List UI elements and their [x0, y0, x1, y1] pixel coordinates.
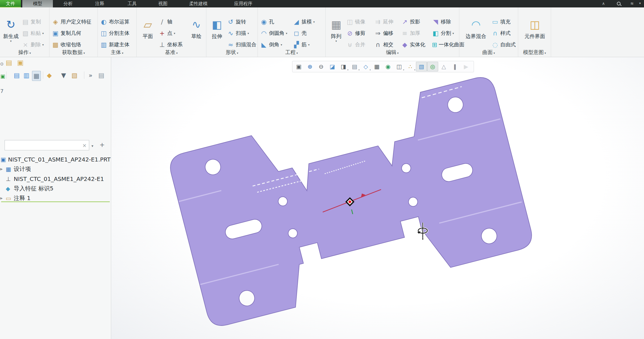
filter-icon[interactable]: ▼	[61, 71, 66, 80]
plane-icon: ▱	[143, 17, 152, 33]
draft-icon: ◢	[293, 18, 300, 25]
ribbon-button-solidify[interactable]: ◆实体化	[401, 39, 431, 50]
tree-item-0[interactable]: ▣NIST_CTC_01_ASME1_AP242-E1.PRT	[0, 155, 110, 164]
overflow-chevrons-icon: »	[89, 71, 92, 80]
ribbon-button-fill[interactable]: ▭填充	[491, 16, 517, 27]
caret-down-icon[interactable]: ▾	[637, 0, 643, 7]
menu-tab-1[interactable]: 分析	[59, 0, 77, 7]
ribbon-button-remove[interactable]: ◥移除	[432, 16, 458, 27]
ribbon-button-intersect[interactable]: ∩相交	[374, 39, 400, 50]
ribbon-button-offset[interactable]: ⇒偏移	[374, 27, 400, 39]
menu-tab-3[interactable]: 工具	[122, 0, 142, 7]
extrude-icon: ◧	[212, 17, 222, 33]
ribbon-button-split-body[interactable]: ◫分割主体	[100, 27, 135, 39]
ribbon-button-shell[interactable]: ◻壳	[293, 27, 324, 39]
ribbon-button-draft[interactable]: ◢拔模▾	[293, 16, 324, 27]
mirror-icon: ◫	[346, 18, 354, 25]
search-icon[interactable]	[617, 2, 621, 5]
import-feature-icon: ◆	[6, 186, 10, 192]
menu-tab-2[interactable]: 注释	[90, 0, 109, 7]
merge-icon: ⊎	[346, 41, 354, 48]
ribbon: 操作 ▾↻新生成▾▤复制▧粘贴▾×删除▾获取数据 ▾◈用户定义特征▣复制几何▩收…	[0, 7, 644, 57]
ribbon-button-swept-blend[interactable]: ≈扫描混合	[227, 39, 257, 50]
ribbon-button-chamfer[interactable]: ◣倒角▾	[260, 39, 292, 50]
ribbon-button-csys[interactable]: ⊥坐标系	[158, 39, 187, 50]
graphics-viewport[interactable]: ▣⊕⊖◪◨▾▤▾◇▾▦◉◫▾∴▾▧◎△‖▶	[111, 57, 644, 339]
ribbon-button-rib[interactable]: ▞筋▾	[293, 39, 324, 50]
add-filter-icon[interactable]: +	[99, 141, 105, 149]
clear-search-icon[interactable]: ×	[82, 141, 87, 150]
ribbon-button-merge[interactable]: ⊎合并	[346, 39, 373, 50]
rib-icon: ▞	[293, 41, 300, 48]
folder-stack-icon: ▤	[6, 58, 12, 67]
ribbon-button-paste[interactable]: ▧粘贴▾	[22, 27, 49, 39]
ribbon-button-copy[interactable]: ▤复制	[22, 16, 49, 27]
list-view-icon[interactable]: ▤	[14, 71, 20, 80]
ribbon-button-sketch[interactable]: ∿草绘	[188, 17, 205, 39]
expand-arrow-icon[interactable]: ▶	[0, 167, 3, 171]
ribbon-collapse-icon[interactable]: ∧	[600, 0, 607, 7]
ribbon-button-boundary-blend[interactable]: ◠边界混合	[462, 17, 490, 39]
tree-separator	[1, 202, 110, 202]
file-menu-button[interactable]: 文件	[0, 0, 21, 7]
document-icon[interactable]: ▤	[98, 71, 104, 80]
ribbon-button-mirror[interactable]: ◫镜像	[346, 16, 373, 27]
quilt-icon: ⊞	[432, 41, 437, 48]
ribbon-button-round[interactable]: ◠倒圆角▾	[260, 27, 292, 39]
menu-tab-5[interactable]: 柔性建模	[181, 0, 216, 7]
ribbon-button-plane[interactable]: ▱平面	[139, 17, 157, 39]
tree-item-3[interactable]: ◆导入特征 标识5	[0, 184, 110, 193]
folder-stack-icon[interactable]: ▤	[6, 58, 12, 67]
overflow-chevrons-icon[interactable]: »	[89, 71, 92, 80]
ring-icon[interactable]: o	[0, 59, 3, 68]
ribbon-button-udf[interactable]: ◈用户定义特征	[52, 16, 96, 27]
creo-window: 文件 模型分析注释工具视图柔性建模应用程序 ∧ ≋ ▾ 操作 ▾↻新生成▾▤复制…	[0, 0, 644, 339]
ribbon-button-regenerate[interactable]: ↻新生成▾	[2, 17, 20, 43]
ribbon-button-quilt[interactable]: ⊞一体化曲面	[432, 39, 458, 50]
ribbon-button-style[interactable]: ∩样式	[491, 27, 517, 39]
ribbon-button-project[interactable]: ↗投影	[401, 16, 431, 27]
ribbon-button-new-body[interactable]: ▥新建主体	[100, 39, 135, 50]
ribbon-group-label[interactable]: 模型意图 ▾	[518, 49, 551, 56]
ribbon-button-extrude[interactable]: ◧拉伸	[209, 17, 225, 39]
ribbon-button-thicken[interactable]: ≡加厚	[401, 27, 431, 39]
ribbon-button-hole[interactable]: ◉孔	[260, 16, 292, 27]
cards-icon: ▧	[71, 71, 77, 80]
cards-icon[interactable]: ▧	[71, 71, 77, 80]
tree-item-1[interactable]: ▶▦设计项	[0, 164, 110, 174]
menu-tab-0[interactable]: 模型	[22, 0, 53, 7]
menu-tab-6[interactable]: 应用程序	[228, 0, 258, 7]
ribbon-button-extend[interactable]: ⇉延伸	[374, 16, 400, 27]
ribbon-button-shrinkwrap[interactable]: ▩收缩包络	[52, 39, 96, 50]
ribbon-button-delete[interactable]: ×删除▾	[22, 39, 49, 50]
ribbon-button-boolean[interactable]: ◐布尔运算	[100, 16, 135, 27]
ribbon-button-freestyle[interactable]: ◌自由式	[491, 39, 517, 50]
ribbon-button-trim[interactable]: ⊘修剪	[346, 27, 373, 39]
search-dropdown-icon[interactable]: ▾	[91, 142, 93, 150]
new-body-icon: ▥	[100, 41, 107, 48]
tree-search-input[interactable]	[5, 140, 89, 150]
tree-item-2[interactable]: ⊥NIST_CTC_01_ASME1_AP242-E1	[0, 174, 110, 184]
ribbon-display-icon[interactable]: ≋	[629, 0, 635, 7]
expand-arrow-icon[interactable]: ▶	[0, 196, 3, 200]
part-icon: ▣	[1, 157, 6, 162]
seven-icon[interactable]: 7	[0, 86, 3, 95]
ribbon-button-sweep[interactable]: ∿扫描▾	[227, 27, 257, 39]
paste-icon: ▧	[22, 30, 29, 37]
menu-bar: 文件 模型分析注释工具视图柔性建模应用程序 ∧ ≋ ▾	[0, 0, 644, 7]
freestyle-icon: ◌	[491, 41, 499, 48]
ribbon-button-pattern[interactable]: ▦阵列▾	[328, 17, 344, 43]
ribbon-button-copy-geometry[interactable]: ▣复制几何	[52, 27, 96, 39]
model-filter-icon[interactable]: ◆	[47, 71, 52, 80]
ribbon-button-axis[interactable]: ∕轴	[158, 16, 187, 27]
ribbon-button-divide[interactable]: ◧分割▾	[432, 27, 458, 39]
ribbon-button-revolve[interactable]: ↺旋转	[227, 16, 257, 27]
snapshot-folder-icon[interactable]: ▣	[17, 58, 24, 67]
cube-icon[interactable]: ▣	[0, 71, 5, 81]
settings-grid-icon[interactable]: ▦	[32, 71, 41, 81]
delete-icon: ×	[22, 41, 29, 48]
menu-tab-4[interactable]: 视图	[153, 0, 173, 7]
detail-tree-icon[interactable]: ▥	[23, 71, 29, 80]
ribbon-button-point[interactable]: +点▾	[158, 27, 187, 39]
ribbon-button-component-interface[interactable]: ◫元件界面	[520, 17, 550, 39]
